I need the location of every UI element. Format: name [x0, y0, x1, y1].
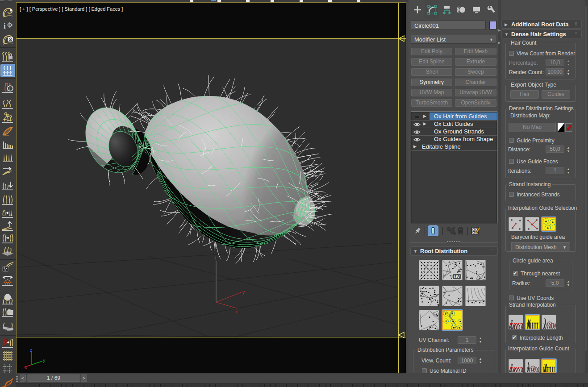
svg-text:z: z — [30, 348, 33, 353]
svg-text:UV: UV — [454, 275, 460, 279]
svg-text:i: i — [4, 22, 6, 30]
svg-text:y: y — [242, 290, 245, 295]
svg-text:x: x — [25, 365, 27, 370]
svg-text:x: x — [235, 309, 238, 314]
svg-text:y: y — [43, 358, 46, 363]
svg-text:z: z — [214, 255, 217, 260]
